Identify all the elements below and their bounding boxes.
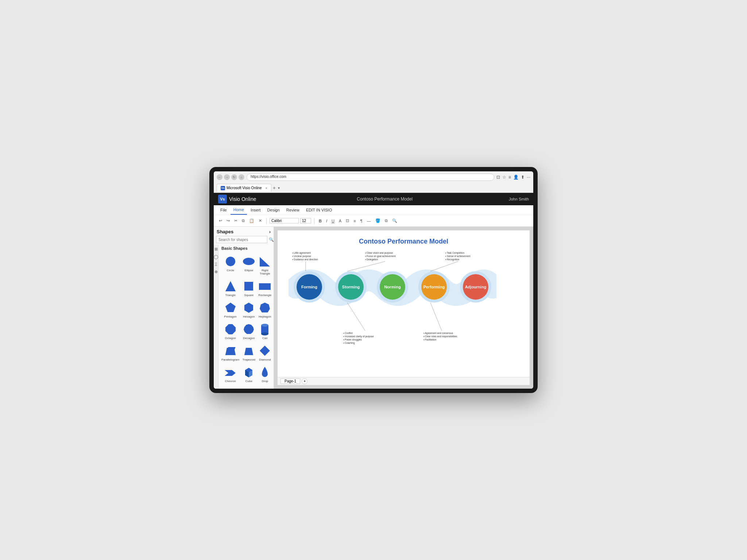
svg-line-28 <box>347 303 365 331</box>
stage-storming[interactable]: Storming <box>330 271 372 303</box>
share-icon[interactable]: ⬆ <box>521 175 525 180</box>
shape-item-chevron[interactable]: Chevron <box>221 364 240 384</box>
ribbon-tab-bar: File Home Insert Design Review EDIT IN V… <box>214 205 533 215</box>
shape-item-drop[interactable]: Drop <box>258 364 272 384</box>
shape-item-diamond[interactable]: Diamond <box>258 343 272 363</box>
shape-item-right-triangle[interactable]: Right Triangle <box>258 253 272 277</box>
tab-close-icon[interactable]: × <box>266 186 267 190</box>
shapes-sidebar-icon1[interactable]: ⊞ <box>214 247 218 252</box>
shape-item-semi-ellipse[interactable]: Semi Elipse <box>241 386 256 389</box>
browser-forward[interactable]: → <box>224 174 230 180</box>
shape-label-trapezoid: Trapezoid <box>243 358 255 361</box>
browser-controls: ← → ↻ ⌂ <box>217 174 244 180</box>
shape-item-ellipse[interactable]: Ellipse <box>241 253 256 277</box>
bookmark-icon[interactable]: ☆ <box>502 175 506 180</box>
shape-label-drop: Drop <box>262 380 268 383</box>
shapes-search-input[interactable] <box>216 236 267 243</box>
stage-adjourning-circle: Adjourning <box>463 274 488 300</box>
app-header: Vs Visio Online Contoso Performance Mode… <box>214 193 533 205</box>
arrange-button[interactable]: ⧉ <box>383 218 389 224</box>
shape-item-heptagon[interactable]: Heptagon <box>258 300 272 320</box>
browser-chrome: ← → ↻ ⌂ https://visio.office.com ⊡ ☆ ≡ 👤… <box>214 171 533 193</box>
annotation-storming-top: Clear vision and purpose Focus on goal a… <box>365 251 396 261</box>
shape-item-hexagon[interactable]: Hexagon <box>241 300 256 320</box>
cut-button[interactable]: ✂ <box>233 218 239 224</box>
tab-edit-in-visio[interactable]: EDIT IN VISIO <box>303 205 335 215</box>
svg-rect-4 <box>244 282 253 291</box>
paste-button[interactable]: 📋 <box>248 218 256 224</box>
font-color-button[interactable]: A <box>337 218 343 224</box>
tab-review[interactable]: Review <box>283 205 302 215</box>
copy-button[interactable]: ⧉ <box>240 218 246 224</box>
address-bar[interactable]: https://visio.office.com <box>247 174 494 181</box>
shape-item-can[interactable]: Can <box>258 321 272 341</box>
tab-insert[interactable]: Insert <box>248 205 264 215</box>
shapes-collapse-icon[interactable]: › <box>269 229 271 234</box>
shape-item-cone[interactable]: Cone <box>258 386 272 389</box>
tab-design[interactable]: Design <box>264 205 283 215</box>
bold-button[interactable]: B <box>317 218 323 224</box>
menu-icon[interactable]: ≡ <box>508 175 511 180</box>
visio-icon-text: Vs <box>220 197 225 201</box>
shape-item-semi-circle[interactable]: Semi Circle <box>221 386 240 389</box>
shape-item-octagon[interactable]: Octagon <box>221 321 240 341</box>
shape-item-triangle[interactable]: Triangle <box>221 278 240 298</box>
more-icon[interactable]: ··· <box>527 175 530 180</box>
tab-dropdown-icon[interactable]: ▾ <box>278 186 280 190</box>
stage-performing-outer: Performing <box>418 271 450 303</box>
shapes-panel-header: Shapes › <box>214 227 274 236</box>
diagram-content: Little agreement Unclear purpose Guidanc… <box>285 251 522 382</box>
browser-home[interactable]: ⌂ <box>239 174 244 180</box>
device-screen: ← → ↻ ⌂ https://visio.office.com ⊡ ☆ ≡ 👤… <box>214 171 533 389</box>
shapes-sidebar-icon3[interactable]: Ξ <box>214 262 217 267</box>
shape-item-parallelogram[interactable]: Parallelogram <box>221 343 240 363</box>
shape-item-cube[interactable]: Cube <box>241 364 256 384</box>
shape-item-pentagon[interactable]: Pentagon <box>221 300 240 320</box>
profile-icon[interactable]: 👤 <box>513 175 519 180</box>
shape-item-decagon[interactable]: Decagon <box>241 321 256 341</box>
stage-forming[interactable]: Forming <box>289 271 330 303</box>
shapes-list: Basic Shapes Circle Ellipse <box>218 245 274 389</box>
font-selector[interactable] <box>270 218 299 223</box>
font-size-selector[interactable] <box>300 218 311 223</box>
align-button[interactable]: ≡ <box>352 218 357 224</box>
app-name-label: Visio Online <box>229 196 256 202</box>
stage-norming-circle: Norming <box>380 274 405 300</box>
shapes-sidebar-icon4[interactable]: ⊕ <box>214 269 218 274</box>
stage-norming-label: Norming <box>384 285 400 289</box>
ribbon-divider2 <box>314 218 314 224</box>
shapes-body: ⊞ ◯ Ξ ⊕ Basic Shapes Circle <box>214 245 274 389</box>
format-button[interactable]: ✕ <box>257 218 263 224</box>
new-tab-button[interactable]: + <box>273 185 276 191</box>
stage-performing[interactable]: Performing <box>413 271 455 303</box>
ribbon: File Home Insert Design Review EDIT IN V… <box>214 205 533 227</box>
tab-home[interactable]: Home <box>231 205 247 215</box>
shape-item-circle[interactable]: Circle <box>221 253 240 277</box>
canvas-page[interactable]: Contoso Performance Model Little agreeme… <box>278 230 530 377</box>
text-box-button[interactable]: ⊡ <box>344 218 351 224</box>
browser-tab[interactable]: Vs Microsoft Visio Online × <box>217 184 271 192</box>
italic-button[interactable]: I <box>325 218 329 224</box>
reader-icon[interactable]: ⊡ <box>496 175 500 180</box>
undo-button[interactable]: ↩ <box>217 218 224 224</box>
browser-back[interactable]: ← <box>217 174 222 180</box>
fill-button[interactable]: 🪣 <box>374 218 382 224</box>
tab-file[interactable]: File <box>217 205 230 215</box>
zoom-button[interactable]: 🔍 <box>391 218 399 224</box>
browser-refresh[interactable]: ↻ <box>231 174 237 180</box>
shape-item-rectangle[interactable]: Rectangle <box>258 278 272 298</box>
document-title: Contoso Performance Model <box>260 197 509 202</box>
search-icon[interactable]: 🔍 <box>269 237 274 242</box>
underline-button[interactable]: U <box>330 218 336 224</box>
paragraph-button[interactable]: ¶ <box>359 218 364 224</box>
stage-norming[interactable]: Norming <box>372 271 413 303</box>
shape-item-square[interactable]: Square <box>241 278 256 298</box>
shape-item-trapezoid[interactable]: Trapezoid <box>241 343 256 363</box>
ribbon-toolbar: ↩ ↪ ✂ ⧉ 📋 ✕ B I U A ⊡ ≡ ¶ — 🪣 ⧉ 🔍 <box>214 215 533 226</box>
redo-button[interactable]: ↪ <box>225 218 231 224</box>
stage-storming-circle: Storming <box>338 274 364 300</box>
stage-adjourning[interactable]: Adjourning <box>455 271 496 303</box>
shape-label-chevron: Chevron <box>225 380 236 383</box>
shapes-sidebar-icon2[interactable]: ◯ <box>214 254 218 259</box>
line-style-button[interactable]: — <box>365 218 372 224</box>
